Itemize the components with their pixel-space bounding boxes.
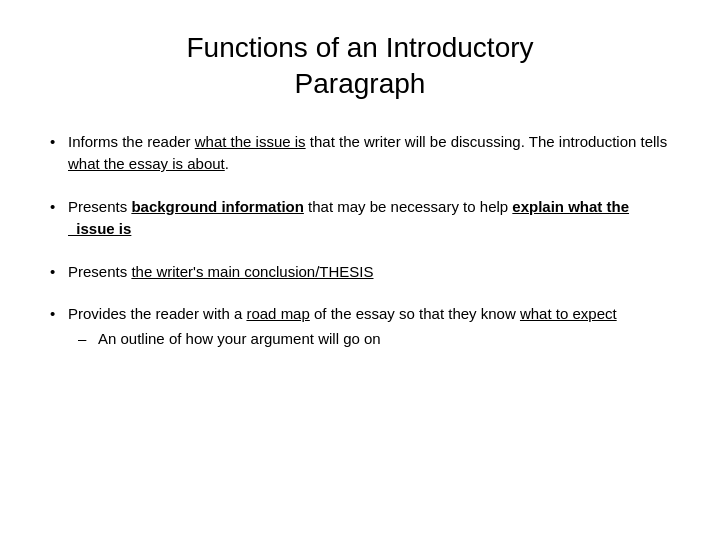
title-line2: Paragraph [295,68,426,99]
highlighted-text: what to expect [520,305,617,322]
bullet-dot: • [50,261,68,284]
bullet-dot: • [50,131,68,154]
highlighted-text: what the essay is about [68,155,225,172]
bullet-content-4: Provides the reader with a road map of t… [68,303,670,350]
bullet-content-1: Informs the reader what the issue is tha… [68,131,670,176]
highlighted-text: background information [131,198,304,215]
bullet-content-2: Presents background information that may… [68,196,670,241]
list-item: • Presents the writer's main conclusion/… [50,261,670,284]
highlighted-text: what the issue is [195,133,306,150]
list-item: • Informs the reader what the issue is t… [50,131,670,176]
highlighted-text: road map [246,305,309,322]
list-item: • Presents background information that m… [50,196,670,241]
highlighted-text: the writer's main conclusion/THESIS [131,263,373,280]
list-item: • Provides the reader with a road map of… [50,303,670,350]
bullet-dot: • [50,196,68,219]
page: Functions of an Introductory Paragraph •… [0,0,720,540]
bullet-dot: • [50,303,68,326]
sub-bullet-dash: – [78,328,98,351]
title-line1: Functions of an Introductory [186,32,533,63]
bullet-list: • Informs the reader what the issue is t… [50,131,670,371]
sub-bullet-item: – An outline of how your argument will g… [68,328,670,351]
bullet-text: Provides the reader with a road map of t… [68,305,617,322]
sub-bullet-text: An outline of how your argument will go … [98,328,381,351]
bullet-content-3: Presents the writer's main conclusion/TH… [68,261,670,284]
page-title: Functions of an Introductory Paragraph [50,30,670,103]
